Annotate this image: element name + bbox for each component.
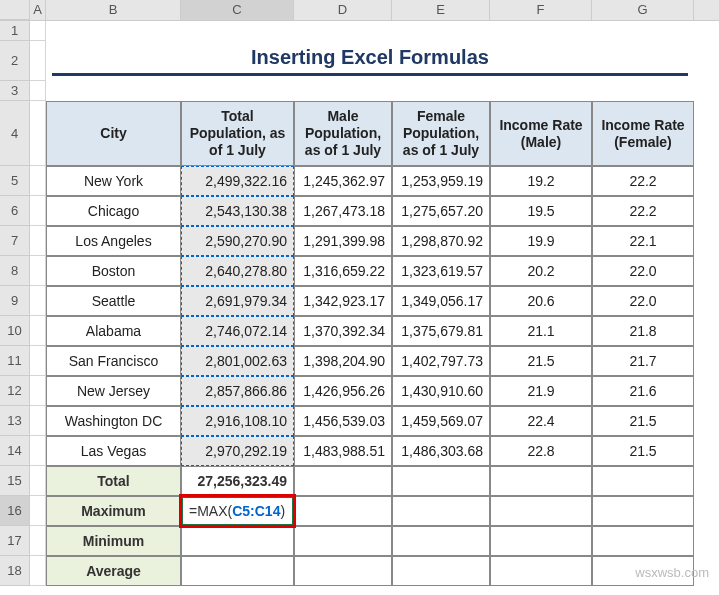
row-header-15[interactable]: 15 [0,466,30,496]
row-header-14[interactable]: 14 [0,436,30,466]
row-header-18[interactable]: 18 [0,556,30,586]
cell-G15[interactable] [592,466,694,496]
cell-E16[interactable] [392,496,490,526]
active-cell-C16[interactable]: =MAX(C5:C14) [181,496,294,526]
cell-E3[interactable] [392,81,490,101]
total-pop-cell[interactable]: 2,499,322.16 [181,166,294,196]
cell-B1[interactable] [46,21,181,41]
income-female-cell[interactable]: 21.5 [592,406,694,436]
city-cell[interactable]: New Jersey [46,376,181,406]
cell-B3[interactable] [46,81,181,101]
col-header-A[interactable]: A [30,0,46,20]
header-income-female[interactable]: Income Rate (Female) [592,101,694,166]
cell-A11[interactable] [30,346,46,376]
cell-A7[interactable] [30,226,46,256]
female-pop-cell[interactable]: 1,486,303.68 [392,436,490,466]
summary-avg-label[interactable]: Average [46,556,181,586]
income-female-cell[interactable]: 22.1 [592,226,694,256]
cell-G1[interactable] [592,21,694,41]
income-female-cell[interactable]: 21.8 [592,316,694,346]
income-male-cell[interactable]: 20.2 [490,256,592,286]
total-pop-cell[interactable]: 2,801,002.63 [181,346,294,376]
income-male-cell[interactable]: 21.5 [490,346,592,376]
cell-F1[interactable] [490,21,592,41]
income-male-cell[interactable]: 19.2 [490,166,592,196]
cell-C18[interactable] [181,556,294,586]
income-female-cell[interactable]: 21.7 [592,346,694,376]
female-pop-cell[interactable]: 1,430,910.60 [392,376,490,406]
col-header-C[interactable]: C [181,0,294,20]
male-pop-cell[interactable]: 1,245,362.97 [294,166,392,196]
summary-total-value[interactable]: 27,256,323.49 [181,466,294,496]
cell-F16[interactable] [490,496,592,526]
header-total-pop[interactable]: Total Population, as of 1 July [181,101,294,166]
income-female-cell[interactable]: 22.2 [592,196,694,226]
row-header-9[interactable]: 9 [0,286,30,316]
female-pop-cell[interactable]: 1,298,870.92 [392,226,490,256]
cell-D1[interactable] [294,21,392,41]
cell-E18[interactable] [392,556,490,586]
row-header-11[interactable]: 11 [0,346,30,376]
male-pop-cell[interactable]: 1,291,399.98 [294,226,392,256]
cell-A18[interactable] [30,556,46,586]
female-pop-cell[interactable]: 1,275,657.20 [392,196,490,226]
row-header-13[interactable]: 13 [0,406,30,436]
male-pop-cell[interactable]: 1,316,659.22 [294,256,392,286]
income-male-cell[interactable]: 20.6 [490,286,592,316]
total-pop-cell[interactable]: 2,691,979.34 [181,286,294,316]
total-pop-cell[interactable]: 2,916,108.10 [181,406,294,436]
income-male-cell[interactable]: 21.9 [490,376,592,406]
income-male-cell[interactable]: 22.4 [490,406,592,436]
city-cell[interactable]: Chicago [46,196,181,226]
city-cell[interactable]: Washington DC [46,406,181,436]
row-header-1[interactable]: 1 [0,21,30,41]
col-header-B[interactable]: B [46,0,181,20]
city-cell[interactable]: New York [46,166,181,196]
cell-A4[interactable] [30,101,46,166]
cell-A15[interactable] [30,466,46,496]
summary-max-label[interactable]: Maximum [46,496,181,526]
cell-A13[interactable] [30,406,46,436]
female-pop-cell[interactable]: 1,323,619.57 [392,256,490,286]
cell-F17[interactable] [490,526,592,556]
cell-A16[interactable] [30,496,46,526]
male-pop-cell[interactable]: 1,456,539.03 [294,406,392,436]
income-female-cell[interactable]: 21.6 [592,376,694,406]
city-cell[interactable]: Alabama [46,316,181,346]
city-cell[interactable]: Seattle [46,286,181,316]
summary-min-label[interactable]: Minimum [46,526,181,556]
cell-A2[interactable] [30,41,46,81]
header-female-pop[interactable]: Female Population, as of 1 July [392,101,490,166]
title-cell[interactable]: Inserting Excel Formulas [46,41,694,81]
male-pop-cell[interactable]: 1,267,473.18 [294,196,392,226]
male-pop-cell[interactable]: 1,370,392.34 [294,316,392,346]
col-header-F[interactable]: F [490,0,592,20]
total-pop-cell[interactable]: 2,857,866.86 [181,376,294,406]
cell-A17[interactable] [30,526,46,556]
select-all-corner[interactable] [0,0,30,20]
income-male-cell[interactable]: 22.8 [490,436,592,466]
row-header-7[interactable]: 7 [0,226,30,256]
male-pop-cell[interactable]: 1,426,956.26 [294,376,392,406]
cell-A10[interactable] [30,316,46,346]
cell-A1[interactable] [30,21,46,41]
row-header-4[interactable]: 4 [0,101,30,166]
female-pop-cell[interactable]: 1,459,569.07 [392,406,490,436]
cell-A8[interactable] [30,256,46,286]
cell-E17[interactable] [392,526,490,556]
male-pop-cell[interactable]: 1,342,923.17 [294,286,392,316]
col-header-E[interactable]: E [392,0,490,20]
cell-F18[interactable] [490,556,592,586]
row-header-12[interactable]: 12 [0,376,30,406]
row-header-6[interactable]: 6 [0,196,30,226]
col-header-G[interactable]: G [592,0,694,20]
col-header-D[interactable]: D [294,0,392,20]
cell-D16[interactable] [294,496,392,526]
cell-C1[interactable] [181,21,294,41]
female-pop-cell[interactable]: 1,375,679.81 [392,316,490,346]
cell-D15[interactable] [294,466,392,496]
row-header-16[interactable]: 16 [0,496,30,526]
female-pop-cell[interactable]: 1,253,959.19 [392,166,490,196]
city-cell[interactable]: Boston [46,256,181,286]
cell-F3[interactable] [490,81,592,101]
